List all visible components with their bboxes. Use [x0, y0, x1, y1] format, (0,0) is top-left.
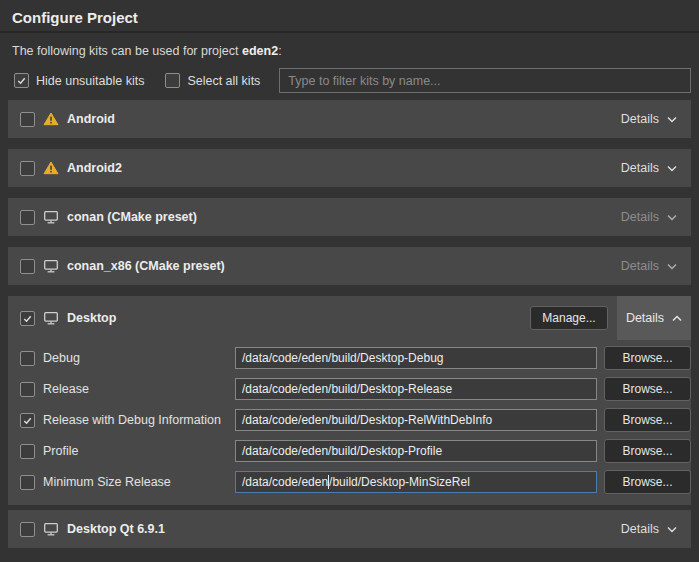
- build-path-value: /data/code/eden/build/Desktop-RelWithDeb…: [242, 413, 492, 427]
- desktop-icon: [43, 522, 59, 536]
- build-config-row-release: Release /data/code/eden/build/Desktop-Re…: [8, 377, 691, 401]
- details-label: Details: [621, 112, 659, 126]
- kit-row-conan: conan (CMake preset) Details: [8, 198, 691, 236]
- desktop-icon: [43, 259, 59, 273]
- browse-button[interactable]: Browse...: [604, 470, 691, 494]
- kit-name: Desktop Qt 6.9.1: [67, 522, 165, 536]
- kit-row-android2: Android2 Details: [8, 149, 691, 187]
- desktop-icon: [43, 210, 59, 224]
- kit-row-desktop: Desktop Manage... Details: [8, 296, 691, 340]
- kit-name: conan (CMake preset): [67, 210, 197, 224]
- kit-name: Desktop: [67, 311, 116, 325]
- details-label: Details: [621, 210, 659, 224]
- chevron-down-icon: [667, 116, 677, 123]
- build-path-input[interactable]: /data/code/eden/build/Desktop-Release: [235, 378, 597, 400]
- details-button[interactable]: Details: [621, 210, 677, 224]
- build-path-value: /data/code/eden/build/Desktop-Debug: [242, 351, 443, 365]
- kit-checkbox[interactable]: [20, 259, 35, 274]
- details-button[interactable]: Details: [617, 296, 691, 340]
- chevron-down-icon: [667, 526, 677, 533]
- details-button[interactable]: Details: [621, 112, 677, 126]
- warning-icon: [43, 161, 59, 175]
- config-checkbox[interactable]: [20, 382, 35, 397]
- build-path-value: /data/code/eden/build/Desktop-Profile: [242, 444, 442, 458]
- kit-checkbox[interactable]: [20, 311, 35, 326]
- checkmark-icon: [22, 313, 33, 324]
- intro-prefix: The following kits can be used for proje…: [12, 44, 242, 58]
- hide-unsuitable-checkbox[interactable]: [14, 73, 29, 88]
- details-button[interactable]: Details: [621, 522, 677, 536]
- kit-list: Android Details Android2 Details: [8, 100, 691, 548]
- config-label: Release with Debug Information: [43, 413, 221, 427]
- checkmark-icon: [22, 415, 33, 426]
- config-checkbox[interactable]: [20, 351, 35, 366]
- select-all-checkbox[interactable]: [165, 73, 180, 88]
- chevron-down-icon: [667, 263, 677, 270]
- browse-button[interactable]: Browse...: [604, 408, 691, 432]
- intro-suffix: :: [278, 44, 281, 58]
- details-label: Details: [621, 522, 659, 536]
- build-path-value: /data/code/eden/build/Desktop-Release: [242, 382, 452, 396]
- kit-checkbox[interactable]: [20, 522, 35, 537]
- select-all-label: Select all kits: [187, 74, 260, 88]
- build-path-input[interactable]: /data/code/eden/build/Desktop-Debug: [235, 347, 597, 369]
- build-config-row-debug: Debug /data/code/eden/build/Desktop-Debu…: [8, 346, 691, 370]
- details-label: Details: [621, 259, 659, 273]
- build-path-input-focused[interactable]: /data/code/eden/build/Desktop-MinSizeRel: [235, 471, 597, 493]
- select-all-kits-toggle[interactable]: Select all kits: [165, 73, 260, 88]
- kit-name: Android2: [67, 161, 122, 175]
- checkmark-icon: [16, 75, 27, 86]
- intro-text: The following kits can be used for proje…: [12, 44, 687, 58]
- build-config-row-profile: Profile /data/code/eden/build/Desktop-Pr…: [8, 439, 691, 463]
- chevron-down-icon: [667, 165, 677, 172]
- config-label: Minimum Size Release: [43, 475, 171, 489]
- hide-unsuitable-kits-toggle[interactable]: Hide unsuitable kits: [14, 73, 144, 88]
- browse-button[interactable]: Browse...: [604, 346, 691, 370]
- build-path-value: /data/code/eden/build/Desktop-MinSizeRel: [242, 475, 470, 489]
- kit-checkbox[interactable]: [20, 112, 35, 127]
- build-config-row-relwithdebinfo: Release with Debug Information /data/cod…: [8, 408, 691, 432]
- path-after-caret: /build/Desktop-MinSizeRel: [329, 475, 470, 489]
- kit-name: conan_x86 (CMake preset): [67, 259, 225, 273]
- manage-button[interactable]: Manage...: [530, 306, 608, 330]
- project-name: eden2: [242, 44, 278, 58]
- details-button[interactable]: Details: [621, 161, 677, 175]
- config-checkbox[interactable]: [20, 444, 35, 459]
- browse-button[interactable]: Browse...: [604, 439, 691, 463]
- chevron-up-icon: [672, 311, 682, 325]
- config-label: Debug: [43, 351, 80, 365]
- kit-row-android: Android Details: [8, 100, 691, 138]
- details-label: Details: [621, 161, 659, 175]
- kit-row-conan-x86: conan_x86 (CMake preset) Details: [8, 247, 691, 285]
- kit-name: Android: [67, 112, 115, 126]
- kit-filter-input[interactable]: [279, 68, 691, 93]
- config-checkbox[interactable]: [20, 413, 35, 428]
- config-checkbox[interactable]: [20, 475, 35, 490]
- page-title: Configure Project: [12, 9, 687, 26]
- config-label: Profile: [43, 444, 78, 458]
- page-header: Configure Project: [0, 0, 699, 33]
- kit-filter-controls: Hide unsuitable kits Select all kits: [14, 68, 691, 93]
- path-before-caret: /data/code/eden: [242, 475, 328, 489]
- warning-icon: [43, 112, 59, 126]
- desktop-icon: [43, 311, 59, 325]
- kit-checkbox[interactable]: [20, 210, 35, 225]
- build-config-list: Debug /data/code/eden/build/Desktop-Debu…: [8, 346, 691, 494]
- kit-section-desktop: Desktop Manage... Details Debug /data/co…: [8, 296, 691, 505]
- details-label: Details: [626, 311, 664, 325]
- config-label: Release: [43, 382, 89, 396]
- details-button[interactable]: Details: [621, 259, 677, 273]
- kit-row-desktop-qt-691: Desktop Qt 6.9.1 Details: [8, 510, 691, 548]
- chevron-down-icon: [667, 214, 677, 221]
- build-path-input[interactable]: /data/code/eden/build/Desktop-RelWithDeb…: [235, 409, 597, 431]
- browse-button[interactable]: Browse...: [604, 377, 691, 401]
- build-config-row-minsizerel: Minimum Size Release /data/code/eden/bui…: [8, 470, 691, 494]
- kit-checkbox[interactable]: [20, 161, 35, 176]
- build-path-input[interactable]: /data/code/eden/build/Desktop-Profile: [235, 440, 597, 462]
- hide-unsuitable-label: Hide unsuitable kits: [36, 74, 144, 88]
